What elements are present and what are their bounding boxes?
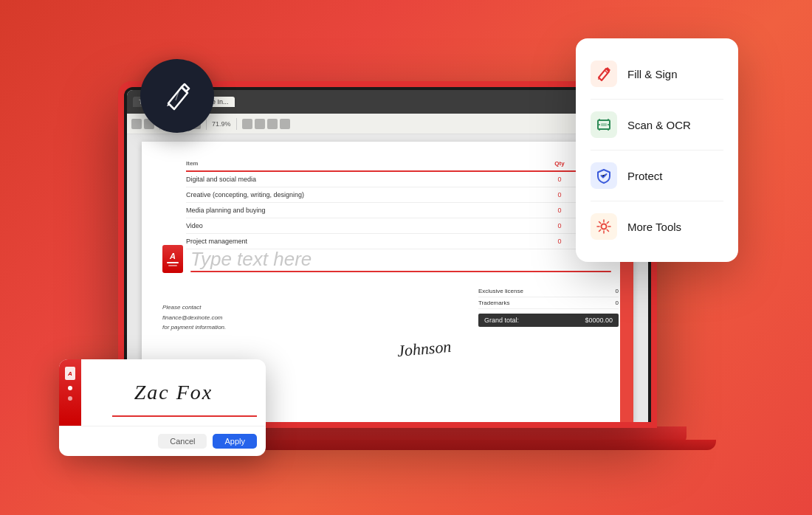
scan-ocr-icon: [596, 117, 612, 133]
toolbar-hand-icon[interactable]: [255, 119, 265, 129]
signature-underline: [112, 415, 257, 417]
toolbar-comment-icon[interactable]: [280, 119, 290, 129]
acrobat-logo-small: A: [162, 245, 183, 273]
table-row: Creative (concepting, writing, designing…: [186, 187, 604, 203]
signature-dialog-footer: Cancel Apply: [59, 426, 266, 456]
menu-item-more-tools[interactable]: More Tools: [576, 204, 738, 249]
pdf-totals-section: Exclusive license 0 Trademarks 0 Grand t…: [478, 286, 619, 327]
floating-icon-circle: [140, 59, 214, 133]
sig-dot-1: [68, 386, 72, 390]
zoom-level: 71.9%: [212, 120, 231, 128]
contact-text: Please contact finance@dexinote.com for …: [162, 304, 226, 331]
total-row-exclusive: Exclusive license 0: [478, 286, 619, 297]
svg-point-5: [602, 224, 607, 229]
signature-sidebar: A: [59, 359, 81, 426]
toolbar-zoom-icon[interactable]: [267, 119, 278, 129]
signature-canvas[interactable]: Zac Fox: [81, 359, 266, 426]
row-val1: 0: [545, 191, 574, 198]
menu-divider-2: [591, 150, 723, 151]
menu-item-scan-ocr[interactable]: Scan & OCR: [576, 103, 738, 147]
menu-divider-3: [591, 201, 723, 201]
total-label: Trademarks: [478, 300, 509, 306]
total-val: 0: [616, 288, 619, 294]
menu-item-protect-label: Protect: [627, 170, 663, 182]
protect-icon-bg: [591, 162, 617, 189]
grand-total-label: Grand total:: [484, 317, 519, 324]
svg-rect-2: [601, 123, 607, 126]
total-label: Exclusive license: [478, 288, 523, 294]
menu-item-protect[interactable]: Protect: [576, 153, 738, 198]
sig-dot-2: [68, 396, 72, 401]
signature-cancel-button[interactable]: Cancel: [158, 434, 207, 449]
signature-dialog-body: A Zac Fox: [59, 359, 266, 426]
table-row: Media planning and buying 0 0: [186, 203, 604, 218]
total-row-trademarks: Trademarks 0: [478, 297, 619, 309]
row-label: Video: [186, 222, 545, 229]
signature-text: Zac Fox: [134, 381, 213, 404]
row-label: Project management: [186, 238, 545, 245]
more-tools-icon: [596, 218, 612, 235]
row-label: Media planning and buying: [186, 207, 545, 214]
more-tools-icon-bg: [591, 213, 617, 240]
signature-dialog: A Zac Fox Cancel Apply: [59, 359, 266, 456]
pdf-table: Item Qty Total Digital and social media …: [186, 156, 604, 249]
menu-item-fill-sign[interactable]: Fill & Sign: [576, 52, 738, 96]
pdf-bottom-left: Please contact finance@dexinote.com for …: [162, 303, 325, 333]
signature-apply-button[interactable]: Apply: [213, 434, 257, 449]
pdf-signature: Johnson: [396, 337, 452, 361]
menu-divider-1: [591, 99, 723, 100]
col-header-qty: Qty: [545, 160, 574, 167]
scan-ocr-icon-bg: [591, 111, 617, 138]
sig-acrobat-logo: A: [65, 367, 75, 380]
total-val: 0: [616, 300, 619, 306]
menu-item-fill-sign-label: Fill & Sign: [627, 68, 678, 80]
menu-item-scan-ocr-label: Scan & OCR: [627, 119, 691, 131]
row-val1: 0: [545, 222, 574, 229]
row-label: Creative (concepting, writing, designing…: [186, 191, 545, 198]
table-row: Video 0 0: [186, 218, 604, 234]
fill-sign-icon: [596, 66, 612, 82]
table-row: Digital and social media 0 0: [186, 172, 604, 187]
col-header-item: Item: [186, 160, 545, 167]
type-text-area[interactable]: A Type text here: [162, 245, 611, 273]
row-val1: 0: [545, 207, 574, 214]
toolbar-print-icon[interactable]: [131, 119, 142, 129]
row-val1: 0: [545, 238, 574, 245]
grand-total-value: $0000.00: [585, 317, 613, 324]
menu-item-more-tools-label: More Tools: [627, 221, 681, 233]
row-val1: 0: [545, 176, 574, 183]
table-header-row: Item Qty Total: [186, 156, 604, 172]
grand-total-bar: Grand total: $0000.00: [478, 314, 619, 327]
protect-icon: [596, 167, 612, 184]
fill-sign-icon-bg: [591, 61, 617, 87]
edit-pen-icon: [161, 80, 193, 112]
row-label: Digital and social media: [186, 176, 545, 183]
toolbar-cursor-icon[interactable]: [242, 119, 252, 129]
dropdown-menu-card: Fill & Sign Scan & OCR Protect: [576, 38, 738, 262]
type-text-placeholder: Type text here: [190, 248, 312, 270]
